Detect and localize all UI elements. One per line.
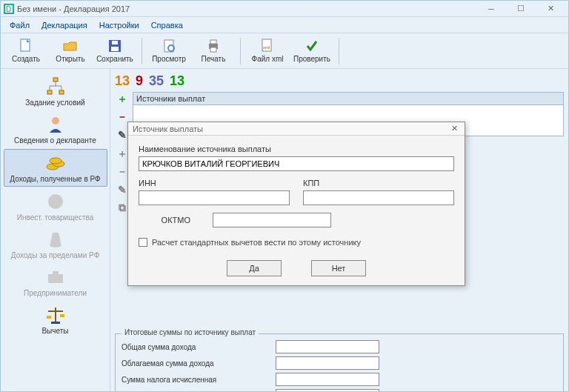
person-icon [45,114,66,135]
source-name-input[interactable] [139,156,454,171]
menu-file[interactable]: Файл [5,19,34,31]
rate-13a[interactable]: 13 [115,73,130,89]
svg-point-20 [48,194,63,209]
svg-rect-9 [210,40,216,44]
svg-rect-2 [21,39,30,51]
toolbar-check[interactable]: Проверить [291,35,333,67]
toolbar-separator [339,38,339,64]
svg-rect-14 [47,90,52,94]
total-income-field [276,340,379,353]
scales-icon [45,305,66,325]
dialog-titlebar: Источник выплаты ✕ [128,122,465,136]
menubar: Файл Декларация Настройки Справка [1,17,568,33]
inn-input[interactable] [139,190,290,205]
window-title: Без имени - Декларация 2017 [17,4,476,13]
nav-declarant[interactable]: Сведения о декларанте [4,111,107,147]
rate-tabs: 13 9 35 13 [115,73,564,89]
svg-rect-3 [109,40,121,52]
invest-icon [45,191,66,212]
std-deduction-label: Расчет стандартных вычетов вести по этом… [152,238,361,247]
new-file-icon [19,39,33,53]
menu-settings[interactable]: Настройки [95,19,144,31]
dialog-title: Источник выплаты [133,124,203,133]
nav-invest[interactable]: Инвест. товарищества [4,188,107,225]
svg-rect-10 [210,47,216,52]
svg-rect-24 [60,314,64,317]
dialog-yes-button[interactable]: Да [227,260,282,276]
svg-rect-0 [4,4,13,13]
svg-point-18 [53,161,64,167]
taxable-income-field [276,356,379,370]
svg-rect-8 [209,44,218,49]
print-icon [206,39,221,53]
folder-open-icon [63,39,78,53]
save-icon [107,39,122,53]
toolbar-preview[interactable]: Просмотр [148,35,190,67]
nav-deductions[interactable]: Вычеты [4,302,107,338]
kpp-input[interactable] [303,190,454,205]
rate-9[interactable]: 9 [136,73,143,89]
svg-rect-22 [53,271,59,274]
nav-income-foreign[interactable]: Доходы за пределами РФ [4,226,107,262]
svg-point-16 [52,117,59,124]
svg-text:xml: xml [263,45,270,50]
xml-file-icon: xml [260,39,275,53]
svg-rect-6 [164,40,173,52]
inn-label: ИНН [139,179,290,187]
maximize-button[interactable]: ☐ [506,1,536,17]
menu-help[interactable]: Справка [147,19,187,31]
rate-13b[interactable]: 13 [170,73,184,89]
app-icon: D [4,4,14,14]
close-button[interactable]: ✕ [536,1,565,17]
toolbar: Создать Открыть Сохранить Просмотр Печат… [1,33,568,69]
kpp-label: КПП [303,179,454,187]
svg-text:D: D [6,5,11,13]
svg-point-17 [47,164,59,170]
toolbar-filexml[interactable]: xml Файл xml [247,35,288,67]
rate-35[interactable]: 35 [149,73,164,89]
dialog-close-button[interactable]: ✕ [448,123,460,135]
svg-rect-5 [112,41,118,44]
oktmo-label: ОКТМО [139,216,190,225]
toolbar-print[interactable]: Печать [193,35,234,67]
svg-rect-13 [53,78,58,82]
preview-icon [162,39,176,53]
tax-calculated-field [276,373,379,386]
nav-conditions[interactable]: Задание условий [4,73,107,110]
nav-income-rf[interactable]: Доходы, полученные в РФ [4,149,107,187]
tree-icon [45,76,66,97]
svg-point-19 [50,158,61,164]
svg-rect-21 [48,274,63,283]
svg-rect-11 [262,39,271,51]
check-icon [305,39,319,53]
sidebar: Задание условий Сведения о декларанте До… [1,69,110,391]
nav-entrepreneur[interactable]: Предприниматели [4,264,107,300]
payment-source-dialog: Источник выплаты ✕ Наименование источник… [127,122,465,286]
coins-icon [45,153,66,173]
minimize-button[interactable]: ─ [476,1,506,17]
briefcase-icon [45,267,66,288]
titlebar: D Без имени - Декларация 2017 ─ ☐ ✕ [1,1,568,17]
source-name-label: Наименование источника выплаты [139,144,454,153]
toolbar-create[interactable]: Создать [5,35,47,67]
tax-withheld-field [276,389,379,391]
money-bag-icon [45,229,66,250]
toolbar-open[interactable]: Открыть [50,35,91,67]
std-deduction-checkbox[interactable] [139,238,147,247]
toolbar-save[interactable]: Сохранить [94,35,136,67]
sources-title: Источники выплат [133,92,564,105]
add-source-button[interactable]: ＋ [115,92,130,107]
toolbar-separator [142,38,142,64]
totals-group: Итоговые суммы по источнику выплат Общая… [115,333,564,391]
svg-rect-4 [111,47,119,51]
dialog-no-button[interactable]: Нет [311,260,366,276]
svg-point-7 [168,45,174,51]
menu-declaration[interactable]: Декларация [37,19,92,31]
toolbar-separator [240,38,241,64]
svg-rect-15 [59,90,64,94]
svg-rect-23 [47,316,51,319]
svg-rect-25 [51,322,60,324]
oktmo-input[interactable] [213,213,331,227]
